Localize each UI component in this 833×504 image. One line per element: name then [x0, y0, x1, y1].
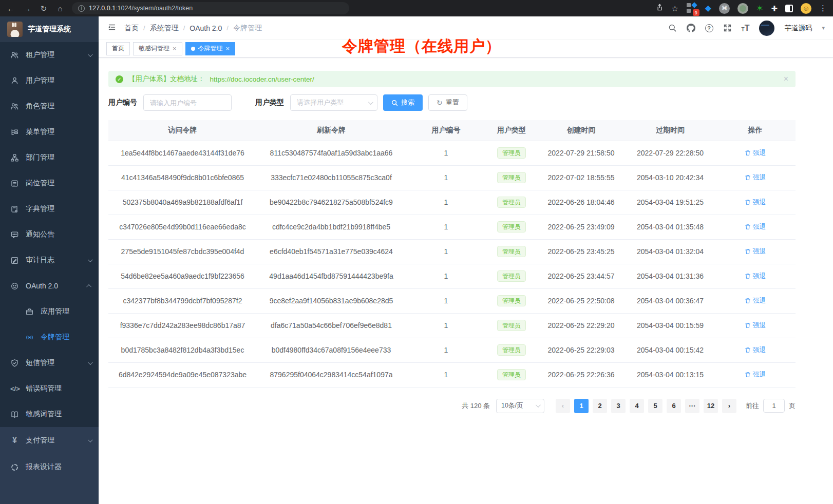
sidebar-item-audit-log[interactable]: 审计日志: [0, 247, 99, 273]
cell-user-id: 1: [406, 338, 486, 362]
cell-user-id: 1: [406, 215, 486, 239]
puzzle-extension-icon[interactable]: ✚: [771, 5, 778, 12]
force-logout-button[interactable]: 强退: [745, 148, 766, 158]
sidebar-fold-icon[interactable]: [107, 23, 116, 34]
sidebar-item-menu[interactable]: 菜单管理: [0, 119, 99, 145]
sidebar-item-pay[interactable]: ¥ 支付管理: [0, 427, 99, 454]
bookmark-star-icon[interactable]: ☆: [671, 5, 678, 12]
page-ellipsis-button[interactable]: ···: [685, 399, 699, 413]
sidebar-item-report-designer[interactable]: 报表设计器: [0, 454, 99, 480]
search-button[interactable]: 搜索: [383, 94, 423, 111]
sidebar-item-user[interactable]: 用户管理: [0, 68, 99, 93]
alert-link[interactable]: https://doc.iocoder.cn/user-center/: [210, 75, 314, 83]
extensions-icon[interactable]: 9: [686, 3, 697, 14]
sidebar-item-post[interactable]: 岗位管理: [0, 170, 99, 196]
tab-sensitive-words[interactable]: 敏感词管理×: [133, 42, 182, 55]
reset-button[interactable]: ↻ 重置: [428, 94, 467, 111]
address-bar[interactable]: i 127.0.0.1:1024/system/oauth2/token: [72, 2, 349, 14]
chevron-down-icon: [88, 52, 93, 57]
tree-list-icon: [10, 128, 19, 137]
sidebar-item-tenant[interactable]: 租户管理: [0, 42, 99, 68]
browser-home-icon[interactable]: ⌂: [55, 5, 65, 12]
cell-access-token: b0d1785bc3a8482f812db4a3f3bd15ec: [108, 338, 257, 362]
cell-expires: 2054-03-04 01:32:04: [626, 239, 715, 264]
github-icon[interactable]: [687, 24, 695, 32]
share-icon[interactable]: [656, 4, 664, 13]
user-avatar[interactable]: [759, 21, 774, 36]
sidebar-item-dept[interactable]: 部门管理: [0, 145, 99, 170]
page-button-5[interactable]: 5: [648, 399, 662, 413]
site-info-icon[interactable]: i: [78, 5, 85, 12]
sidebar-item-role[interactable]: 角色管理: [0, 93, 99, 119]
force-logout-button[interactable]: 强退: [745, 321, 766, 330]
page-button-4[interactable]: 4: [630, 399, 644, 413]
force-logout-button[interactable]: 强退: [745, 222, 766, 231]
breadcrumb-oauth[interactable]: OAuth 2.0: [190, 24, 222, 32]
user-type-select[interactable]: 请选择用户类型: [290, 94, 377, 111]
next-page-button[interactable]: ›: [722, 399, 736, 413]
force-logout-button[interactable]: 强退: [745, 198, 766, 207]
sidebar-item-errcode[interactable]: </> 错误码管理: [0, 376, 99, 401]
page-button-3[interactable]: 3: [611, 399, 626, 413]
force-logout-button[interactable]: 强退: [745, 272, 766, 281]
tab-close-icon[interactable]: ×: [173, 45, 177, 52]
cell-expires: 2022-07-29 22:28:50: [626, 141, 715, 165]
user-id-input[interactable]: [143, 94, 232, 111]
breadcrumb-home[interactable]: 首页: [124, 24, 139, 33]
username[interactable]: 芋道源码: [784, 24, 812, 33]
sidebar-item-notice[interactable]: 通知公告: [0, 222, 99, 247]
cell-created: 2022-06-25 22:26:36: [537, 362, 626, 387]
sidebar-item-sensitive[interactable]: 敏感词管理: [0, 401, 99, 427]
tab-close-icon[interactable]: ×: [226, 45, 230, 52]
force-logout-button[interactable]: 强退: [745, 173, 766, 182]
font-size-icon[interactable]: TT: [742, 24, 750, 32]
page-button-2[interactable]: 2: [593, 399, 607, 413]
sidebar-item-oauth[interactable]: OAuth 2.0: [0, 273, 99, 299]
emoji-extension-icon[interactable]: ☺: [801, 3, 811, 14]
square-extension-icon[interactable]: [785, 5, 793, 12]
breadcrumb-system[interactable]: 系统管理: [150, 24, 179, 33]
top-header: 首页/ 系统管理/ OAuth 2.0/ 令牌管理 ? TT 芋道源码 ▾: [99, 16, 833, 40]
force-logout-button[interactable]: 强退: [745, 247, 766, 256]
cell-refresh-token: 49d1aa46d1454fbd87591444423be9fa: [257, 264, 406, 288]
alert-close-icon[interactable]: ×: [784, 74, 788, 84]
force-logout-button[interactable]: 强退: [745, 345, 766, 355]
sidebar-item-oauth-token[interactable]: 令牌管理: [0, 324, 99, 350]
sidebar-item-oauth-apps[interactable]: 应用管理: [0, 299, 99, 324]
page-button-1[interactable]: 1: [574, 399, 589, 413]
green-star-extension-icon[interactable]: ✶: [756, 4, 763, 13]
help-icon[interactable]: ?: [705, 24, 713, 32]
cell-created: 2022-06-25 22:29:03: [537, 338, 626, 362]
trash-icon: [745, 224, 751, 230]
cell-created: 2022-06-26 18:04:46: [537, 190, 626, 215]
browser-menu-icon[interactable]: ⋮: [819, 4, 827, 13]
dot-extension-icon[interactable]: [737, 3, 748, 14]
goto-page-input[interactable]: [763, 399, 785, 413]
search-icon[interactable]: [668, 24, 677, 32]
tab-token-management[interactable]: 令牌管理×: [185, 42, 236, 55]
app-logo[interactable]: 芋道管理系统: [0, 16, 99, 42]
cell-access-token: 275e5de9151045fe87cbdc395e004f4d: [108, 239, 257, 264]
user-type-placeholder: 请选择用户类型: [297, 98, 344, 107]
force-logout-button[interactable]: 强退: [745, 296, 766, 305]
force-logout-button[interactable]: 强退: [745, 370, 766, 379]
cell-refresh-token: 8796295f04064c2983414cc54af1097a: [257, 362, 406, 387]
browser-forward-icon[interactable]: →: [23, 5, 32, 12]
chevron-down-icon: [88, 360, 93, 365]
cell-user-id: 1: [406, 190, 486, 215]
browser-reload-icon[interactable]: ↻: [39, 5, 48, 12]
sidebar-item-dict[interactable]: 字典管理: [0, 196, 99, 222]
chevron-down-icon: [88, 437, 93, 442]
gem-extension-icon[interactable]: ◆: [705, 4, 711, 12]
fullscreen-icon[interactable]: [723, 24, 732, 32]
browser-back-icon[interactable]: ←: [6, 5, 15, 12]
page-button-6[interactable]: 6: [667, 399, 681, 413]
prev-page-button[interactable]: ‹: [556, 399, 570, 413]
page-size-select[interactable]: 10条/页: [496, 399, 544, 413]
user-caret-icon[interactable]: ▾: [822, 25, 825, 31]
users-icon: [10, 51, 19, 60]
sidebar-item-sms[interactable]: 短信管理: [0, 350, 99, 376]
tab-home[interactable]: 首页: [106, 42, 130, 55]
command-extension-icon[interactable]: ⌘: [719, 3, 730, 14]
page-button-12[interactable]: 12: [704, 399, 718, 413]
